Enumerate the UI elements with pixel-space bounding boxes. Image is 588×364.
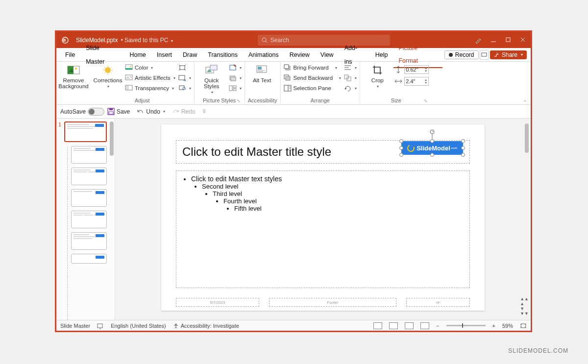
search-box[interactable]: Search xyxy=(258,35,390,46)
slide-canvas-area[interactable]: ▲▲▲▼▼▼ Click to edit Master title style … xyxy=(115,119,531,320)
tab-transitions[interactable]: Transitions xyxy=(203,48,243,62)
tab-home[interactable]: Home xyxy=(124,48,150,62)
minimize-button[interactable] xyxy=(490,37,496,44)
height-icon xyxy=(394,66,402,73)
redo-button[interactable]: Redo xyxy=(172,108,196,115)
selection-pane-icon xyxy=(284,84,292,92)
tab-insert[interactable]: Insert xyxy=(152,48,177,62)
record-button[interactable]: Record xyxy=(444,50,479,59)
view-mode-label: Slide Master xyxy=(60,323,90,329)
save-icon xyxy=(107,108,115,115)
change-picture-button[interactable]: ▾ xyxy=(178,73,191,83)
body-placeholder[interactable]: Click to edit Master text styles Second … xyxy=(176,170,470,288)
artistic-effects-button[interactable]: Artistic Effects ▾ xyxy=(125,73,175,83)
selection-pane-button[interactable]: Selection Pane xyxy=(284,83,342,93)
size-group-label: Size xyxy=(391,97,401,103)
quick-styles-button[interactable]: Quick Styles▾ xyxy=(197,63,226,95)
group-button[interactable]: ▾ xyxy=(344,73,357,83)
svg-line-18 xyxy=(104,67,105,68)
thumbnail-panel[interactable]: 1 xyxy=(56,119,115,320)
svg-rect-5 xyxy=(506,38,510,42)
svg-rect-39 xyxy=(233,89,236,91)
canvas-scrollbar[interactable] xyxy=(525,123,529,153)
zoom-level[interactable]: 59% xyxy=(502,323,513,329)
align-button[interactable]: ▾ xyxy=(344,63,357,73)
fit-to-window-button[interactable] xyxy=(520,323,527,329)
accessibility-icon xyxy=(173,323,179,329)
layout-thumbnail[interactable] xyxy=(71,232,107,250)
tab-view[interactable]: View xyxy=(316,48,339,62)
spellcheck-icon[interactable] xyxy=(97,322,104,329)
layout-thumbnail[interactable] xyxy=(71,211,107,228)
layout-thumbnail[interactable] xyxy=(71,168,107,185)
text-level-3: Third level xyxy=(213,190,464,197)
alt-text-button[interactable]: Alt Text xyxy=(248,63,276,83)
adjust-group-label: Adjust xyxy=(135,97,150,103)
slideshow-view-button[interactable] xyxy=(420,322,429,329)
height-input[interactable]: 0.62"▲▼ xyxy=(404,65,429,74)
width-input[interactable]: 2.4"▲▼ xyxy=(404,77,429,86)
svg-rect-23 xyxy=(125,68,132,70)
autosave-toggle[interactable]: AutoSave Off xyxy=(60,108,100,116)
present-button[interactable] xyxy=(480,50,489,60)
sorter-view-button[interactable] xyxy=(389,322,398,329)
compress-pictures-button[interactable] xyxy=(178,63,191,73)
reset-picture-button[interactable]: ▾ xyxy=(178,83,191,93)
transparency-button[interactable]: Transparency ▾ xyxy=(125,83,175,93)
svg-rect-45 xyxy=(284,65,289,69)
zoom-in-button[interactable]: + xyxy=(492,323,495,329)
page-number-placeholder[interactable]: ‹#› xyxy=(406,298,470,307)
layout-thumbnail[interactable] xyxy=(71,254,107,264)
undo-button[interactable]: Undo▾ xyxy=(137,108,165,115)
tab-file[interactable]: File xyxy=(60,48,80,62)
remove-background-button[interactable]: Remove Background xyxy=(59,63,88,89)
rotate-button[interactable]: ▾ xyxy=(344,83,357,93)
collapse-ribbon-icon[interactable]: ⌄ xyxy=(523,98,527,102)
accessibility-group-label: Accessibility xyxy=(248,97,277,103)
bring-forward-button[interactable]: Bring Forward ▾ xyxy=(284,63,342,73)
master-thumbnail[interactable] xyxy=(64,121,107,142)
layout-thumbnail[interactable] xyxy=(71,189,107,207)
slide-number: 1 xyxy=(58,121,61,127)
ribbon-tabs: File Slide Master Home Insert Draw Trans… xyxy=(56,48,531,62)
tab-help[interactable]: Help xyxy=(370,48,393,62)
thumb-scrollbar[interactable] xyxy=(110,121,114,156)
normal-view-button[interactable] xyxy=(373,322,382,329)
language-label[interactable]: English (United States) xyxy=(111,323,166,329)
color-button[interactable]: Color ▾ xyxy=(125,63,175,73)
text-level-2: Second level xyxy=(202,183,464,190)
pen-icon[interactable] xyxy=(475,37,482,44)
rotation-handle-icon[interactable] xyxy=(429,129,436,139)
picture-border-button[interactable]: ▾ xyxy=(229,63,242,73)
zoom-out-button[interactable]: − xyxy=(436,323,439,329)
crop-icon xyxy=(371,64,384,76)
svg-line-19 xyxy=(110,73,111,73)
footer-placeholder[interactable]: Footer xyxy=(269,298,396,307)
zoom-slider[interactable] xyxy=(446,325,486,326)
qat-customize-icon[interactable]: ⊽ xyxy=(202,109,206,114)
tab-draw[interactable]: Draw xyxy=(178,48,202,62)
svg-point-13 xyxy=(105,67,111,73)
share-button[interactable]: Share▾ xyxy=(490,50,527,59)
picture-layout-button[interactable]: ▾ xyxy=(229,83,242,93)
layout-thumbnail[interactable] xyxy=(71,146,107,164)
svg-rect-30 xyxy=(179,86,184,90)
crop-button[interactable]: Crop▾ xyxy=(363,63,392,89)
corrections-button[interactable]: Corrections▾ xyxy=(94,63,122,89)
selected-logo-image[interactable]: SlideModel.com xyxy=(401,141,463,155)
close-button[interactable] xyxy=(520,37,526,44)
slide-master-canvas[interactable]: Click to edit Master title style SlideMo… xyxy=(161,124,485,311)
date-placeholder[interactable]: 5/7/2023 xyxy=(176,298,259,307)
align-icon xyxy=(344,64,352,72)
maximize-button[interactable] xyxy=(505,37,511,44)
send-backward-button[interactable]: Send Backward ▾ xyxy=(284,73,342,83)
powerpoint-icon xyxy=(61,36,71,44)
navigation-arrows[interactable]: ▲▲▲▼▼▼ xyxy=(520,296,529,316)
save-button[interactable]: Save xyxy=(107,108,130,115)
accessibility-status[interactable]: Accessibility: Investigate xyxy=(173,323,239,329)
picture-effects-button[interactable]: ▾ xyxy=(229,73,242,83)
transparency-icon xyxy=(125,84,133,92)
reading-view-button[interactable] xyxy=(405,322,414,329)
tab-review[interactable]: Review xyxy=(285,48,315,62)
tab-animations[interactable]: Animations xyxy=(244,48,284,62)
